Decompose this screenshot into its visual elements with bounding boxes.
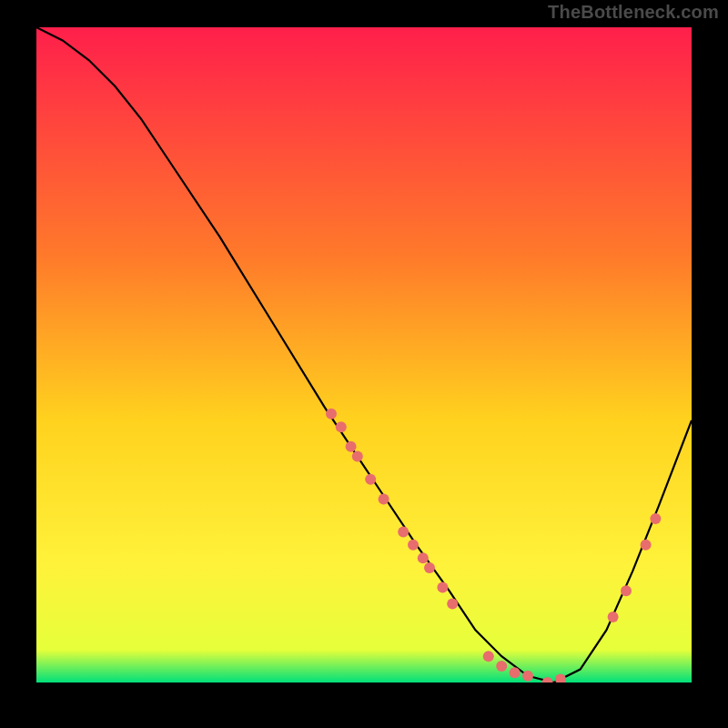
data-marker [418, 552, 429, 563]
watermark-text: TheBottleneck.com [548, 2, 719, 23]
data-marker [621, 585, 632, 596]
data-marker [522, 671, 533, 682]
data-marker [424, 562, 435, 573]
data-marker [408, 540, 419, 551]
data-marker [336, 421, 347, 432]
data-marker [483, 651, 494, 662]
data-marker [346, 441, 357, 452]
data-marker [608, 612, 619, 622]
data-marker [641, 540, 652, 551]
data-marker [437, 582, 448, 593]
data-marker [365, 474, 376, 485]
gradient-background [36, 27, 692, 682]
data-marker [352, 451, 363, 462]
chart-plot-area [36, 27, 692, 682]
data-marker [510, 667, 521, 678]
data-marker [398, 526, 409, 537]
chart-frame: TheBottleneck.com [0, 0, 728, 728]
data-marker [447, 599, 458, 610]
data-marker [326, 409, 337, 420]
data-marker [496, 661, 507, 672]
data-marker [379, 493, 389, 504]
chart-svg [36, 27, 692, 682]
data-marker [650, 513, 661, 524]
